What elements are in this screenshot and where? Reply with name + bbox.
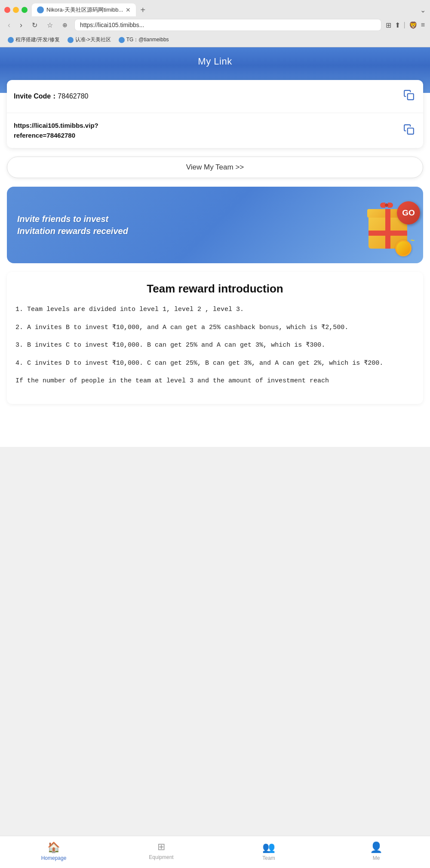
view-team-section: View My Team >> [0, 148, 430, 187]
minimize-traffic-light[interactable] [13, 7, 19, 13]
invite-code-row: Invite Code：78462780 [7, 80, 423, 113]
go-badge: GO [397, 201, 420, 225]
nav-item-team[interactable]: 👥 Team [215, 840, 322, 863]
invite-code-label: Invite Code： [14, 92, 58, 100]
close-traffic-light[interactable] [4, 7, 10, 13]
tab-favicon [37, 6, 44, 13]
me-icon: 👤 [370, 841, 383, 853]
nav-actions: ⊞ ⬆ | 🦁 ≡ [386, 21, 425, 29]
menu-button[interactable]: ≡ [421, 21, 425, 29]
maximize-traffic-light[interactable] [22, 7, 28, 13]
coin-decoration [395, 240, 412, 256]
promo-line1: Invite friends to invest [17, 213, 346, 225]
equipment-label: Equipment [149, 854, 173, 860]
gift-box-container: GO [367, 209, 406, 249]
team-reward-p4: 4. C invites D to invest ₹10,000. C can … [15, 358, 415, 369]
bottom-nav: 🏠 Homepage ⊞ Equipment 👥 Team 👤 Me [0, 836, 430, 868]
me-label: Me [373, 855, 380, 861]
invite-card: Invite Code：78462780 https://licai105.ti… [7, 80, 423, 148]
bookmark-favicon-3 [119, 37, 125, 43]
go-label: GO [402, 208, 415, 218]
decoration-swirl-bottom: ~ [411, 237, 415, 244]
promo-image: ~ ~ [346, 197, 415, 253]
team-reward-title: Team reward introduction [15, 282, 415, 295]
team-reward-body: 1. Team levels are divided into level 1,… [15, 304, 415, 387]
equipment-icon: ⊞ [157, 841, 165, 853]
new-tab-button[interactable]: + [138, 5, 147, 15]
bookmark-button[interactable]: ☆ [44, 20, 55, 30]
back-button[interactable]: ‹ [5, 20, 13, 31]
team-reward-p2: 2. A invites B to invest ₹10,000, and A … [15, 322, 415, 333]
browser-chrome: Nikora-天美社区源码网timibb... ✕ + ⌄ ‹ › ↻ ☆ ⊕ … [0, 0, 430, 47]
bookmark-item-1[interactable]: 程序搭建/开发/修复 [5, 35, 62, 44]
invite-link-row: https://licai105.timibbs.vip?reference=7… [7, 113, 423, 148]
nav-bar: ‹ › ↻ ☆ ⊕ https://licai105.timibbs... ⊞ … [0, 16, 430, 34]
nav-item-homepage[interactable]: 🏠 Homepage [0, 840, 108, 863]
active-tab[interactable]: Nikora-天美社区源码网timibb... ✕ [32, 3, 136, 16]
nav-item-equipment[interactable]: ⊞ Equipment [108, 840, 215, 863]
team-label: Team [262, 855, 275, 861]
tab-title: Nikora-天美社区源码网timibb... [46, 6, 123, 14]
view-my-team-button[interactable]: View My Team >> [7, 157, 423, 178]
forward-button[interactable]: › [17, 20, 25, 31]
tab-close-button[interactable]: ✕ [126, 6, 131, 13]
tab-more-button[interactable]: ⌄ [420, 6, 426, 14]
copy-invite-link-button[interactable] [402, 122, 416, 139]
bookmark-label-2: 认准->天美社区 [75, 36, 111, 43]
translate-button[interactable]: ⊞ [386, 21, 391, 29]
promo-text: Invite friends to invest Invitation rewa… [17, 213, 346, 237]
homepage-icon: 🏠 [47, 841, 60, 853]
page-title: My Link [7, 56, 423, 67]
security-button[interactable]: ⊕ [60, 21, 70, 29]
copy-invite-code-button[interactable] [402, 88, 416, 105]
cards-section: Invite Code：78462780 https://licai105.ti… [0, 80, 430, 148]
gift-bow-area: GO [367, 209, 406, 249]
bookmark-item-2[interactable]: 认准->天美社区 [65, 35, 114, 44]
promo-banner: Invite friends to invest Invitation rewa… [7, 187, 423, 263]
team-reward-p1: 1. Team levels are divided into level 1,… [15, 304, 415, 315]
svg-rect-1 [408, 128, 414, 134]
invite-code-text: Invite Code：78462780 [14, 92, 402, 101]
brave-button[interactable]: 🦁 [409, 21, 418, 29]
team-reward-section: Team reward introduction 1. Team levels … [7, 272, 423, 404]
invite-code-value: 78462780 [58, 92, 88, 100]
share-button[interactable]: ⬆ [395, 21, 400, 29]
nav-item-me[interactable]: 👤 Me [322, 840, 430, 863]
invite-link-text: https://licai105.timibbs.vip?reference=7… [14, 121, 402, 140]
bookmark-label-1: 程序搭建/开发/修复 [15, 36, 60, 43]
team-icon: 👥 [262, 841, 275, 853]
promo-line2: Invitation rewards received [17, 225, 346, 237]
bow-decoration [379, 201, 394, 209]
refresh-button[interactable]: ↻ [29, 20, 40, 30]
invite-link-url: https://licai105.timibbs.vip?reference=7… [14, 121, 402, 140]
url-text: https://licai105.timibbs... [80, 22, 144, 28]
homepage-label: Homepage [41, 855, 67, 861]
tab-bar: Nikora-天美社区源码网timibb... ✕ + ⌄ [0, 0, 430, 16]
svg-rect-0 [408, 94, 414, 100]
bookmark-favicon-1 [8, 37, 14, 43]
traffic-lights [4, 7, 28, 13]
bookmark-label-3: TG：@tianmeibbs [126, 36, 169, 43]
page-content: My Link Invite Code：78462780 [0, 47, 430, 447]
bookmarks-bar: 程序搭建/开发/修复 认准->天美社区 TG：@tianmeibbs [0, 34, 430, 47]
url-bar[interactable]: https://licai105.timibbs... [74, 19, 381, 31]
team-reward-p3: 3. B invites C to invest ₹10,000. B can … [15, 340, 415, 351]
bookmark-item-3[interactable]: TG：@tianmeibbs [116, 35, 172, 44]
app-container: My Link Invite Code：78462780 [0, 47, 430, 447]
team-reward-p5: If the number of people in the team at l… [15, 376, 415, 387]
bookmark-favicon-2 [68, 37, 74, 43]
